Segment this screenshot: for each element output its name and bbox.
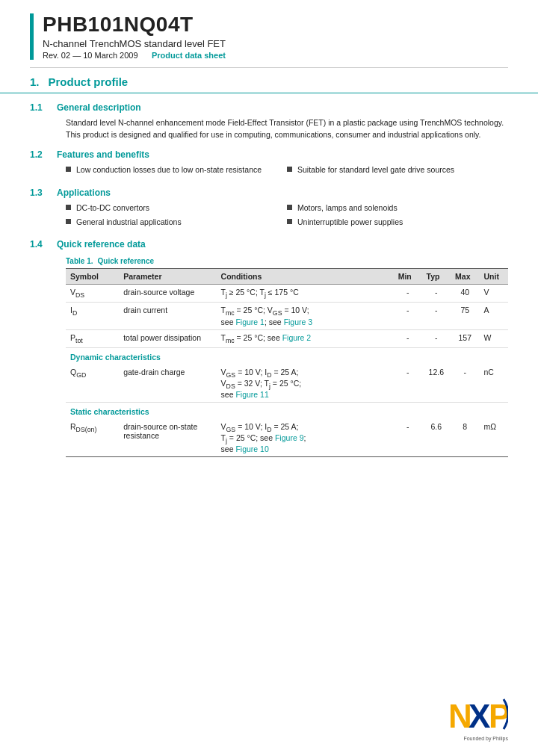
features-list: Low conduction losses due to low on-stat…	[66, 164, 508, 179]
cell-cond-rdson: VGS = 10 V; ID = 25 A;Tj = 25 °C; see Fi…	[217, 419, 394, 457]
cell-param-id: drain current	[119, 303, 216, 329]
cell-symbol-vds: VDS	[66, 285, 119, 303]
header-meta: Rev. 02 — 10 March 2009 Product data she…	[43, 51, 226, 60]
features-left-col: Low conduction losses due to low on-stat…	[66, 164, 287, 179]
page: PHB101NQ04T N-channel TrenchMOS standard…	[0, 0, 538, 756]
sub-dson: DS(on)	[76, 426, 97, 433]
cell-min-id: -	[394, 303, 422, 329]
col-header-cond: Conditions	[217, 269, 394, 285]
sub-d: D	[72, 310, 77, 317]
cell-typ-rdson: 6.6	[422, 419, 451, 457]
sub-gd: GD	[76, 371, 86, 379]
cell-cond-qgd: VGS = 10 V; ID = 25 A;VDS = 32 V; Tj = 2…	[217, 365, 394, 403]
product-data-sheet-label: Product data sheet	[152, 51, 226, 60]
cell-min-ptot: -	[394, 329, 422, 347]
link-figure9[interactable]: Figure 9	[275, 433, 304, 442]
subsection-1-3-title: Applications	[57, 188, 111, 198]
feature-item-1: Low conduction losses due to low on-stat…	[66, 164, 287, 176]
section-row-dynamic: Dynamic characteristics	[66, 347, 508, 365]
sub-j1: j	[226, 291, 227, 299]
table-row: ID drain current Tmc = 25 °C; VGS = 10 V…	[66, 303, 508, 329]
sub-j3: j	[269, 382, 270, 390]
app-text-2: General industrial applications	[76, 217, 182, 228]
cell-unit-vds: V	[480, 285, 508, 303]
sub-j4: j	[226, 437, 227, 444]
link-figure1[interactable]: Figure 1	[235, 317, 265, 326]
cell-max-qgd: -	[451, 365, 479, 403]
sub-ds: DS	[75, 291, 84, 299]
table-title: Quick reference	[98, 257, 155, 265]
sub-d2: D	[267, 371, 271, 379]
cell-param-ptot: total power dissipation	[119, 329, 216, 347]
link-figure2[interactable]: Figure 2	[282, 333, 312, 342]
main-content: 1.1 General description Standard level N…	[0, 102, 538, 457]
section-label-dynamic: Dynamic characteristics	[66, 347, 508, 365]
subsection-1-1-heading: 1.1 General description	[30, 102, 508, 113]
apps-left-col: DC-to-DC convertors General industrial a…	[66, 202, 287, 230]
revision-text: Rev. 02 — 10 March 2009	[43, 51, 138, 60]
sub-mc2: mc	[226, 337, 235, 344]
subsection-1-2-title: Features and benefits	[57, 149, 149, 160]
subsection-1-3-num: 1.3	[30, 188, 57, 198]
cell-unit-rdson: mΩ	[480, 419, 508, 457]
table-row: Ptot total power dissipation Tmc = 25 °C…	[66, 329, 508, 347]
col-header-param: Parameter	[119, 269, 216, 285]
app-item-4: Uninterruptible power supplies	[287, 217, 508, 228]
table-label: Table 1.Quick reference	[66, 257, 508, 265]
header-accent-bar	[30, 13, 34, 60]
sub-tot: tot	[75, 337, 83, 344]
cell-param-vds: drain-source voltage	[119, 285, 216, 303]
cell-symbol-qgd: QGD	[66, 365, 119, 403]
cell-param-rdson: drain-source on-state resistance	[119, 419, 216, 457]
cell-max-rdson: 8	[451, 419, 479, 457]
subsection-1-1-num: 1.1	[30, 102, 57, 113]
subsection-1-4-heading: 1.4 Quick reference data	[30, 239, 508, 250]
quick-reference-table: Symbol Parameter Conditions Min Typ Max …	[66, 268, 508, 457]
section1-heading: 1.Product profile	[0, 68, 538, 93]
table-row: RDS(on) drain-source on-state resistance…	[66, 419, 508, 457]
subsection-1-4-num: 1.4	[30, 239, 57, 250]
subsection-1-2-num: 1.2	[30, 149, 57, 160]
table-row: VDS drain-source voltage Tj ≥ 25 °C; Tj …	[66, 285, 508, 303]
table-number: Table 1.	[66, 257, 93, 265]
section-label-static: Static characteristics	[66, 402, 508, 419]
logo-x-letter: X	[469, 698, 490, 734]
app-item-3: Motors, lamps and solenoids	[287, 202, 508, 214]
cell-min-vds: -	[394, 285, 422, 303]
link-figure10[interactable]: Figure 10	[235, 444, 268, 453]
app-text-1: DC-to-DC convertors	[76, 202, 149, 214]
feature-text-1: Low conduction losses due to low on-stat…	[76, 164, 262, 176]
cell-unit-id: A	[480, 303, 508, 329]
col-header-symbol: Symbol	[66, 269, 119, 285]
app-item-2: General industrial applications	[66, 217, 287, 228]
features-right-col: Suitable for standard level gate drive s…	[287, 164, 508, 179]
applications-list: DC-to-DC convertors General industrial a…	[66, 202, 508, 230]
app-text-4: Uninterruptible power supplies	[297, 217, 403, 228]
cell-typ-qgd: 12.6	[422, 365, 451, 403]
link-figure3[interactable]: Figure 3	[284, 317, 313, 326]
cell-symbol-id: ID	[66, 303, 119, 329]
feature-item-2: Suitable for standard level gate drive s…	[287, 164, 508, 176]
subsection-1-1-title: General description	[57, 102, 141, 113]
cell-symbol-ptot: Ptot	[66, 329, 119, 347]
subsection-1-3-heading: 1.3 Applications	[30, 188, 508, 198]
app-text-3: Motors, lamps and solenoids	[297, 202, 398, 214]
cell-param-qgd: gate-drain charge	[119, 365, 216, 403]
product-title: PHB101NQ04T	[43, 13, 226, 37]
sub-d3: D	[267, 426, 271, 433]
sub-mc1: mc	[226, 310, 235, 317]
section-row-static: Static characteristics	[66, 402, 508, 419]
cell-unit-ptot: W	[480, 329, 508, 347]
product-subtitle: N-channel TrenchMOS standard level FET	[43, 38, 226, 49]
bullet-icon-app-2	[66, 219, 71, 224]
bullet-icon-app-1	[66, 205, 71, 210]
sub-gs2: GS	[226, 371, 236, 379]
link-figure11[interactable]: Figure 11	[235, 390, 268, 399]
cell-max-ptot: 157	[451, 329, 479, 347]
section1-number: 1.	[30, 75, 40, 88]
header-content: PHB101NQ04T N-channel TrenchMOS standard…	[43, 13, 226, 60]
bullet-icon-2	[287, 167, 292, 172]
cell-cond-ptot: Tmc = 25 °C; see Figure 2	[217, 329, 394, 347]
sub-j2: j	[265, 291, 266, 299]
table-header-row: Symbol Parameter Conditions Min Typ Max …	[66, 269, 508, 285]
